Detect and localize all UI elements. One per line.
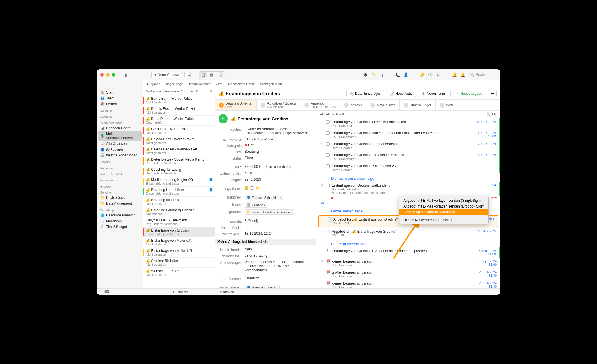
close-icon[interactable] bbox=[100, 73, 104, 77]
favorite-item[interactable]: Wichtigen Mails bbox=[260, 82, 282, 86]
pipeline-view-button[interactable]: Pipeline ansehen bbox=[283, 131, 310, 135]
checkbox-icon[interactable] bbox=[326, 153, 330, 157]
keyboard-icon[interactable]: ⌨ bbox=[104, 290, 109, 294]
list-item[interactable]: 💰 Dennis Esser - Werbe-PaketNicht gestar… bbox=[143, 105, 215, 116]
detail-tab[interactable]: iDetails & AktivitätOffen bbox=[215, 100, 257, 110]
detail-tab[interactable]: •DayliteDocs bbox=[366, 100, 400, 110]
sidebar-item[interactable]: 🌐Resource Planning bbox=[97, 212, 143, 218]
more-button[interactable]: ••• bbox=[488, 90, 497, 97]
list-item[interactable]: 💰 Helena Hensel - Werbe-PaketNicht gesta… bbox=[143, 146, 215, 156]
activity-row[interactable]: AUErstanfrage von Grodins: Angebot erste… bbox=[316, 140, 500, 151]
favorite-item[interactable]: Mondschein GmbH bbox=[228, 82, 255, 86]
search-input[interactable]: 🔍 Suchen bbox=[468, 72, 497, 78]
list-item[interactable]: 💰 Beratung für HeckNicht gestartet bbox=[143, 197, 215, 207]
sidebar-item[interactable]: 📚Lernen bbox=[97, 101, 143, 107]
detail-tab[interactable]: •Time&Budget bbox=[400, 100, 435, 110]
sparkle-icon[interactable]: ✨ bbox=[370, 72, 376, 78]
activity-row[interactable]: 📅kleiner BesprechungsraumPaul Präsentato… bbox=[316, 280, 500, 288]
list-item[interactable]: 💰 Webseite für KäferNicht gestartet bbox=[143, 268, 215, 278]
new-chance-button[interactable]: + Neue Chance bbox=[151, 72, 182, 78]
activity-row[interactable]: Erstanfrage von Grodins: finales Angebot… bbox=[316, 129, 500, 140]
favorite-item[interactable]: Aufgaben bbox=[147, 82, 160, 86]
context-menu-item[interactable]: Angebot mit E-Mail Vorlagen senden (Simp… bbox=[399, 198, 488, 203]
view-grid-icon[interactable]: ▦ bbox=[207, 72, 215, 78]
sidebar-item[interactable]: 📈Alle Chancen bbox=[97, 141, 143, 147]
favorite-item[interactable]: Blogbeiträge bbox=[165, 82, 183, 86]
context-menu-item[interactable]: Angebot mit E-Mail Vorlagen senden (Drop… bbox=[399, 203, 488, 209]
company-chip[interactable]: 🏢 Grodins › bbox=[245, 202, 267, 208]
activity-row[interactable]: AP📅kleiner BesprechungsraumPaul Präsenta… bbox=[316, 258, 500, 269]
sidebar-item[interactable]: 🔵iOPipelines bbox=[97, 147, 143, 152]
key-icon[interactable]: 🔑 bbox=[419, 72, 425, 78]
new-event-button[interactable]: 🕐 Neuer Termin bbox=[418, 90, 451, 97]
tag-wufoo[interactable]: Created by Wufoo bbox=[245, 137, 275, 141]
sidebar-item[interactable]: 📊Chancen-Board bbox=[97, 125, 143, 131]
list-sort-header[interactable]: Sortiert nach Erwarteter Abschluss ⇅ ▽ bbox=[143, 88, 215, 95]
detail-tab[interactable]: •Angebot3.050,00 € bei 60% bbox=[300, 100, 340, 110]
list-item[interactable]: 💰 Medienberatung Kugler AGEntscheidung s… bbox=[143, 176, 215, 187]
add-icon[interactable]: + bbox=[100, 290, 101, 294]
context-menu-item[interactable]: SimpleSign Dokument widerrufen bbox=[399, 209, 488, 215]
list-item[interactable]: 💰 Erstanfrage von Meier e.K.Nicht gestar… bbox=[143, 237, 215, 247]
clock-icon[interactable]: 🕐 bbox=[427, 72, 433, 78]
list-item[interactable]: 💰 Dieter Dietze - Social Media KampagneB… bbox=[143, 156, 215, 166]
history-icon[interactable]: ↻ bbox=[435, 72, 441, 78]
list-item[interactable]: 💰 Erstanfrage von Müller KGNicht gestart… bbox=[143, 247, 215, 258]
list-item[interactable]: 💰 Gerd Leis - Werbe-PaketNicht gestartet bbox=[143, 126, 215, 136]
new-chance-dropdown[interactable]: ⌄ bbox=[184, 72, 191, 78]
favorite-item[interactable]: Viktor bbox=[215, 82, 223, 86]
sidebar-item[interactable]: 💲Meine Verkaufschancen bbox=[98, 131, 142, 141]
academic-icon[interactable]: 🎓 bbox=[362, 72, 368, 78]
checkbox-icon[interactable] bbox=[326, 131, 330, 135]
list-item[interactable]: 💰 Seminar für KäferNicht gestartet bbox=[143, 258, 215, 268]
bell-orange-icon[interactable]: 🔔 bbox=[452, 72, 457, 78]
favorite-item[interactable]: Urlaubskalender bbox=[188, 82, 211, 86]
group-chip[interactable]: 📁 offenen Beratungschancen › bbox=[245, 209, 294, 215]
forwarded-chip[interactable]: 👤 Viktor Vertriebler › bbox=[245, 285, 280, 288]
new-task-button[interactable]: ✓ Neue Aufgabe bbox=[453, 90, 485, 97]
list-item[interactable]: 💰 Helena Heck - Werbe-PaketNicht gestart… bbox=[143, 136, 215, 146]
person-icon[interactable]: 👤 bbox=[403, 72, 409, 78]
sidebar-item[interactable]: 📁DataManagment bbox=[97, 201, 143, 206]
sidebar-item[interactable]: ✉️Mailchimp bbox=[97, 218, 143, 224]
checkbox-icon[interactable] bbox=[326, 164, 330, 168]
checkbox-icon[interactable] bbox=[326, 184, 330, 187]
add-file-button[interactable]: 📎 Datei hinzufügen bbox=[346, 90, 384, 97]
edit-button[interactable]: Bearbeiten bbox=[215, 290, 237, 294]
list-item[interactable]: 💰 Beratung Grünberg ConsultNachfassen bbox=[143, 207, 215, 217]
filter-icon[interactable]: ▽ bbox=[210, 90, 212, 93]
minimize-icon[interactable] bbox=[106, 73, 110, 77]
detail-tab[interactable]: •Aufgaben / Boards6 verbleiben bbox=[257, 100, 300, 110]
activity-row[interactable]: AU📄Angebot für „💰 Erstanfrage von Grodin… bbox=[316, 228, 500, 239]
list-item[interactable]: 💰 Erstanfrage von GrodinsEntscheidung st… bbox=[143, 227, 215, 237]
list-item[interactable]: 💰 Bernd Bohl - Werbe-PaketNicht gestarte… bbox=[143, 95, 215, 105]
activity-row[interactable]: 📅großer BesprechungsraumPaul Präsentator… bbox=[316, 269, 500, 280]
bell-red-icon[interactable]: 🔔 bbox=[460, 72, 465, 78]
sidebar-item[interactable]: 📁DayliteDocs bbox=[97, 195, 143, 201]
list-item[interactable]: 💰 Coaching für LustigBegründeter Verdach… bbox=[143, 166, 215, 176]
activity-row[interactable]: APErstanfrage von Grodins: ZielkundendAn… bbox=[316, 182, 500, 196]
checkbox-icon[interactable] bbox=[326, 120, 330, 124]
maximize-icon[interactable] bbox=[112, 73, 115, 77]
activity-filter[interactable]: Alle Aktivitäten ⇅ 🔍 Alle bbox=[316, 111, 500, 118]
inbox-icon[interactable]: ↩ bbox=[354, 72, 360, 78]
view-chart-icon[interactable]: 📊 bbox=[215, 72, 225, 78]
new-note-button[interactable]: 📝 Neue Notiz bbox=[387, 90, 416, 97]
detail-tab[interactable]: •Web bbox=[436, 100, 457, 110]
list-item[interactable]: Easybill Test 1 - ThielmannBegründeter V… bbox=[143, 217, 215, 227]
edit-offer-button[interactable]: Angebot bearbeiten ... bbox=[264, 165, 296, 169]
sidebar-item[interactable]: 🏠Start bbox=[97, 90, 143, 95]
integrations-icons[interactable]: 📒 💬 📁 bbox=[245, 186, 313, 190]
detail-tab[interactable]: •easybill bbox=[340, 100, 366, 110]
columns-icon[interactable]: ▥ bbox=[378, 72, 384, 78]
sidebar-item[interactable]: 👥Team bbox=[97, 95, 143, 101]
sidebar-item[interactable]: ⏱Time&Budget bbox=[97, 224, 143, 230]
context-menu-item[interactable]: Dieses Kontextmenü anpassen ... bbox=[399, 217, 488, 223]
activity-row[interactable]: Erstanfrage von Grodins: Präsentation vo… bbox=[316, 162, 500, 173]
activity-row[interactable]: Erstanfrage von Grodins: letztes Mal nac… bbox=[316, 118, 500, 129]
list-item[interactable]: 💰 Doris Döring - Werbe-PaketDaten prüfen bbox=[143, 116, 215, 126]
sidebar-toggle-icon[interactable]: ◧ bbox=[123, 72, 129, 78]
activity-row[interactable]: Erstanfrage von Grodins: Entscheider erm… bbox=[316, 151, 500, 162]
phone-icon[interactable]: 📞 bbox=[395, 72, 401, 78]
checkbox-icon[interactable] bbox=[326, 142, 330, 146]
